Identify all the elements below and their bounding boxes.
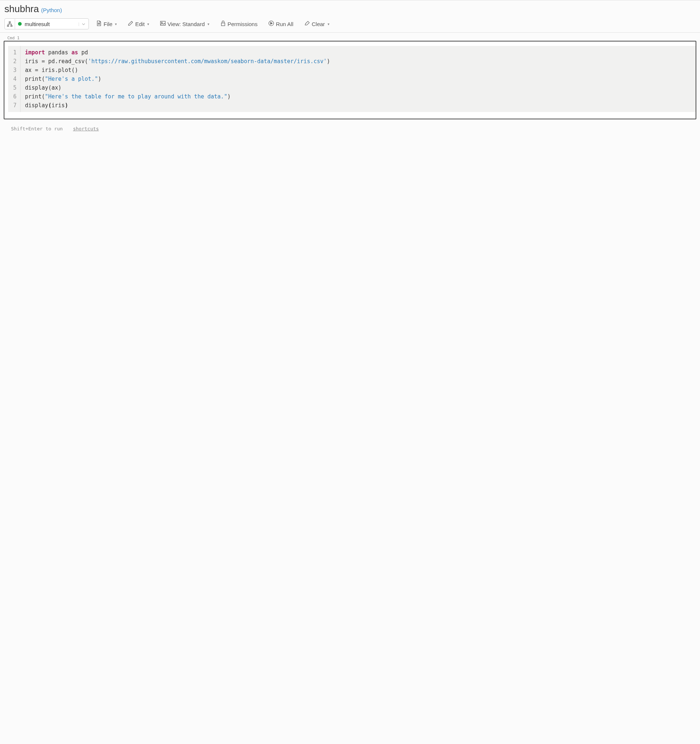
- svg-rect-1: [7, 25, 9, 27]
- status-dot-icon: [18, 22, 22, 26]
- lock-icon: [220, 21, 226, 27]
- svg-point-4: [162, 22, 162, 23]
- file-label: File: [104, 21, 112, 27]
- permissions-button[interactable]: Permissions: [217, 19, 262, 29]
- view-menu[interactable]: View: Standard ▾: [156, 19, 213, 29]
- edit-icon: [128, 21, 133, 27]
- play-icon: [268, 21, 274, 27]
- line-number: 1: [13, 48, 16, 57]
- cluster-selector[interactable]: multiresult |: [4, 18, 89, 29]
- view-label: View: Standard: [167, 21, 204, 27]
- footer-hint: Shift+Enter to run shortcuts: [4, 119, 696, 138]
- caret-down-icon: ▾: [328, 22, 329, 26]
- run-hint: Shift+Enter to run: [11, 126, 63, 131]
- cell-label: Cmd 1: [7, 36, 696, 40]
- svg-rect-2: [10, 25, 12, 27]
- run-all-label: Run All: [276, 21, 293, 27]
- notebook-header: shubhra (Python): [0, 0, 700, 17]
- line-number: 7: [13, 101, 16, 110]
- code-cell[interactable]: 1 2 3 4 5 6 7 import pandas as pd iris =…: [4, 41, 696, 119]
- line-number: 6: [13, 92, 16, 101]
- line-number: 5: [13, 83, 16, 92]
- code-editor[interactable]: import pandas as pd iris = pd.read_csv('…: [21, 46, 696, 112]
- svg-rect-0: [9, 21, 10, 22]
- caret-down-icon: ▾: [207, 22, 209, 26]
- toolbar: multiresult | File ▾ Edit ▾ View: Standa…: [0, 17, 700, 33]
- clear-label: Clear: [312, 21, 325, 27]
- image-icon: [160, 21, 165, 27]
- run-all-button[interactable]: Run All: [265, 19, 297, 29]
- edit-label: Edit: [135, 21, 145, 27]
- cluster-name-label: multiresult: [25, 21, 75, 27]
- notebook-title[interactable]: shubhra: [4, 3, 39, 15]
- file-icon: [96, 21, 102, 27]
- chevron-down-icon: |: [78, 22, 86, 26]
- svg-rect-5: [221, 23, 224, 26]
- eraser-icon: [304, 21, 310, 27]
- line-number: 4: [13, 74, 16, 83]
- line-gutter: 1 2 3 4 5 6 7: [8, 46, 21, 112]
- file-menu[interactable]: File ▾: [92, 19, 121, 29]
- caret-down-icon: ▾: [147, 22, 149, 26]
- line-number: 2: [13, 57, 16, 66]
- line-number: 3: [13, 66, 16, 74]
- caret-down-icon: ▾: [115, 22, 117, 26]
- shortcuts-link[interactable]: shortcuts: [73, 126, 99, 131]
- edit-menu[interactable]: Edit ▾: [124, 19, 153, 29]
- notebook-area: Cmd 1 1 2 3 4 5 6 7 import pandas as pd …: [0, 33, 700, 141]
- cluster-tree-icon[interactable]: [5, 19, 15, 29]
- code-block[interactable]: 1 2 3 4 5 6 7 import pandas as pd iris =…: [8, 46, 696, 112]
- clear-menu[interactable]: Clear ▾: [301, 19, 333, 29]
- permissions-label: Permissions: [228, 21, 258, 27]
- cluster-dropdown[interactable]: multiresult |: [15, 21, 88, 27]
- notebook-language[interactable]: (Python): [41, 7, 62, 13]
